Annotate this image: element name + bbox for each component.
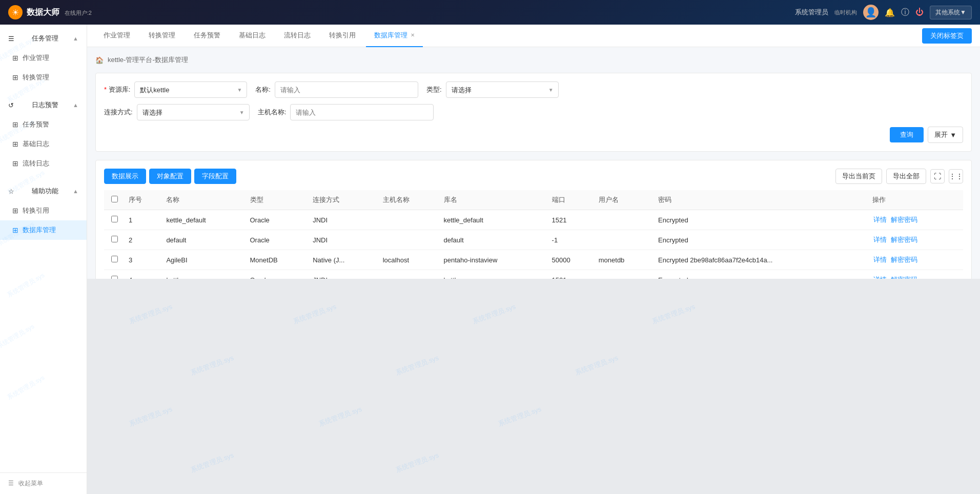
sidebar-item-transform-mgmt[interactable]: ⊞ 转换管理	[0, 68, 87, 87]
data-table: 序号 名称 类型 连接方式 主机名称 库名 端口 用户名 密码 操作	[104, 190, 963, 279]
sidebar-item-flow-log[interactable]: ⊞ 流转日志	[0, 154, 87, 173]
row-checkbox-1[interactable]	[111, 216, 118, 222]
sidebar-group-aux-header[interactable]: ☆ 辅助功能 ▲	[0, 181, 87, 201]
form-actions: 查询 展开 ▼	[104, 127, 963, 143]
sidebar-item-base-log[interactable]: ⊞ 基础日志	[0, 134, 87, 154]
bwm12: 系统管理员.sys	[395, 450, 440, 475]
breadcrumb: 🏠 kettle-管理平台-数据库管理	[95, 55, 972, 65]
row-1-action-0[interactable]: 详情	[872, 215, 888, 224]
tab-field-config[interactable]: 字段配置	[194, 169, 236, 184]
row-port-2: -1	[548, 230, 595, 250]
row-actions-4: 详情 解密密码	[868, 270, 963, 279]
tab-data-display[interactable]: 数据展示	[104, 169, 146, 184]
tab-task-alert[interactable]: 任务预警	[186, 25, 229, 47]
header-right: 系统管理员 临时机构 👤 🔔 ⓘ ⏻ 其他系统▼	[795, 5, 972, 20]
table-head-row: 序号 名称 类型 连接方式 主机名称 库名 端口 用户名 密码 操作	[104, 190, 963, 210]
row-password-4: Encrypted	[654, 270, 868, 279]
tab-db-mgmt-close[interactable]: ✕	[411, 32, 415, 38]
sidebar-item-job-mgmt[interactable]: ⊞ 作业管理	[0, 48, 87, 68]
row-3-action-0[interactable]: 详情	[872, 255, 888, 264]
content-area: 作业管理 转换管理 任务预警 基础日志 流转日志 转换引用 数据	[87, 25, 980, 494]
tab-flow-log-label: 流转日志	[284, 31, 311, 40]
row-checkbox-3[interactable]	[111, 256, 118, 262]
table-row: 2 default Oracle JNDI default -1 Encrypt…	[104, 230, 963, 250]
row-2-action-0[interactable]: 详情	[872, 235, 888, 244]
tab-db-mgmt[interactable]: 数据库管理 ✕	[366, 25, 423, 47]
row-checkbox-4[interactable]	[111, 276, 118, 279]
type-select-wrap: 请选择	[446, 81, 559, 98]
settings-icon: ⋮⋮	[949, 172, 963, 180]
tab-object-config[interactable]: 对象配置	[149, 169, 191, 184]
tab-transform-ref[interactable]: 转换引用	[321, 25, 364, 47]
flow-log-icon: ⊞	[12, 159, 18, 168]
notification-icon[interactable]: 🔔	[885, 8, 895, 17]
task-mgmt-icon: ☰	[8, 35, 14, 43]
row-username-2	[595, 230, 654, 250]
sidebar-item-transform-ref[interactable]: ⊞ 转换引用	[0, 201, 87, 220]
sidebar-item-db-mgmt[interactable]: ⊞ 数据库管理	[0, 220, 87, 240]
name-input[interactable]	[275, 81, 418, 98]
table-row: 3 AgileBI MonetDB Native (J... localhost…	[104, 250, 963, 270]
app-title-group: 数据大师 在线用户:2	[27, 7, 92, 18]
row-username-3: monetdb	[595, 250, 654, 270]
tab-db-mgmt-label: 数据库管理	[374, 31, 407, 40]
tab-base-log[interactable]: 基础日志	[231, 25, 274, 47]
row-4-action-0[interactable]: 详情	[872, 275, 888, 279]
collapse-menu-btn[interactable]: ☰ 收起菜单	[0, 472, 87, 494]
header-left: ☀ 数据大师 在线用户:2	[8, 5, 92, 19]
sidebar-item-task-alert[interactable]: ⊞ 任务预警	[0, 115, 87, 134]
connection-select[interactable]: 请选择	[137, 104, 250, 120]
power-icon[interactable]: ⏻	[915, 8, 924, 17]
transform-mgmt-label: 转换管理	[23, 73, 49, 82]
row-port-3: 50000	[548, 250, 595, 270]
row-seq-4: 4	[125, 270, 162, 279]
collapse-icon: ☰	[8, 480, 14, 487]
type-select[interactable]: 请选择	[446, 81, 559, 98]
bwm7: 系统管理员.sys	[574, 353, 620, 377]
source-label: * 资源库:	[104, 85, 130, 94]
table-body: 1 kettle_default Oracle JNDI kettle_defa…	[104, 210, 963, 279]
export-all-btn[interactable]: 导出全部	[886, 169, 926, 184]
row-4-action-1[interactable]: 解密密码	[890, 275, 918, 279]
row-2-action-1[interactable]: 解密密码	[890, 235, 918, 244]
sidebar-group-aux: ☆ 辅助功能 ▲ ⊞ 转换引用 ⊞ 数据库管理	[0, 177, 87, 244]
fullscreen-btn[interactable]: ⛶	[930, 169, 945, 183]
sidebar-group-log-header[interactable]: ↺ 日志预警 ▲	[0, 95, 87, 115]
expand-btn[interactable]: 展开 ▼	[928, 127, 963, 143]
fullscreen-icon: ⛶	[934, 172, 941, 180]
query-btn[interactable]: 查询	[890, 127, 924, 142]
source-select[interactable]: 默认kettle	[134, 81, 247, 98]
help-icon[interactable]: ⓘ	[901, 7, 909, 18]
row-seq-3: 3	[125, 250, 162, 270]
row-checkbox-2[interactable]	[111, 236, 118, 242]
row-1-action-1[interactable]: 解密密码	[890, 215, 918, 224]
row-3-action-1[interactable]: 解密密码	[890, 255, 918, 264]
select-all-checkbox[interactable]	[111, 196, 118, 202]
row-connection-4: JNDI	[309, 270, 379, 279]
sidebar-group-task: ☰ 任务管理 ▲ ⊞ 作业管理 ⊞ 转换管理	[0, 25, 87, 91]
expand-btn-label: 展开	[934, 130, 948, 139]
row-database-4: kettle	[440, 270, 548, 279]
table-row: 4 kettle Oracle JNDI kettle 1521 Encrypt…	[104, 270, 963, 279]
name-label: 名称:	[255, 85, 271, 94]
required-star: *	[104, 86, 107, 93]
app-title: 数据大师	[27, 8, 59, 16]
close-tabs-btn[interactable]: 关闭标签页	[922, 28, 972, 44]
th-database: 库名	[440, 190, 548, 210]
transform-ref-label: 转换引用	[23, 206, 49, 215]
table-actions: 导出当前页 导出全部 ⛶ ⋮⋮	[835, 169, 963, 184]
main-layout: 系统管理员.sys 系统管理员.sys 系统管理员.sys 系统管理员.sys …	[0, 25, 980, 494]
tab-flow-log[interactable]: 流转日志	[276, 25, 319, 47]
row-hostname-4	[379, 270, 440, 279]
settings-btn[interactable]: ⋮⋮	[949, 169, 963, 183]
tab-job-mgmt[interactable]: 作业管理	[95, 25, 138, 47]
log-icon: ↺	[8, 101, 14, 109]
hostname-input[interactable]	[290, 104, 434, 120]
sidebar-group-task-header[interactable]: ☰ 任务管理 ▲	[0, 29, 87, 48]
app-container: ☀ 数据大师 在线用户:2 系统管理员 临时机构 👤 🔔 ⓘ ⏻ 其他系统▼ 系…	[0, 0, 980, 494]
export-current-btn[interactable]: 导出当前页	[835, 169, 882, 184]
page-content: 系统管理员.sys 系统管理员.sys 系统管理员.sys 系统管理员.sys …	[87, 47, 980, 279]
tab-transform-mgmt[interactable]: 转换管理	[140, 25, 183, 47]
other-systems-btn[interactable]: 其他系统▼	[930, 6, 972, 19]
row-type-2: Oracle	[246, 230, 309, 250]
